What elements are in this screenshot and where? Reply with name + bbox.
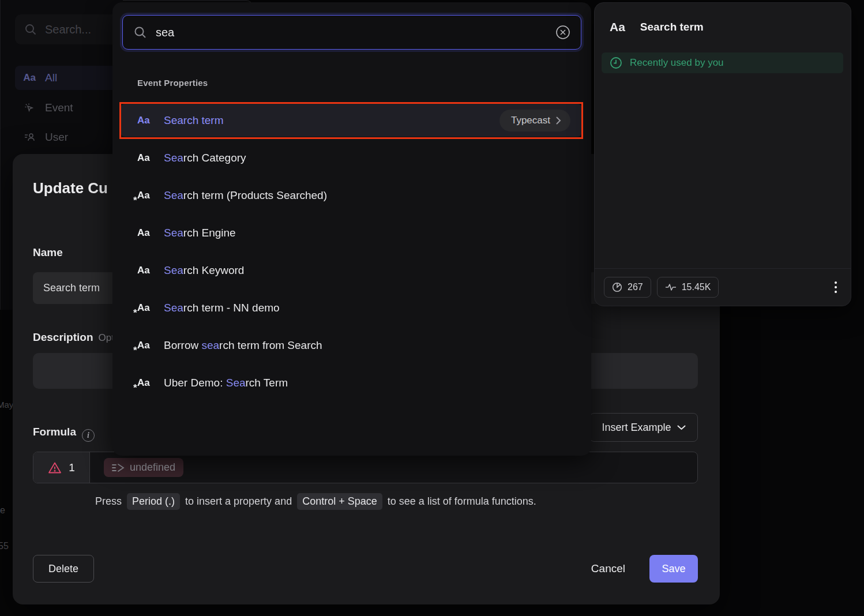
custom-text-property-icon: Aa [137, 302, 153, 314]
text-property-icon: Aa [137, 227, 153, 239]
formula-editor[interactable]: 1 undefined [33, 452, 698, 483]
chevron-right-icon [556, 117, 561, 125]
property-row-search-category[interactable]: Aa Search Category [121, 141, 582, 174]
cancel-button[interactable]: Cancel [584, 555, 632, 583]
typecast-button[interactable]: Typecast [499, 110, 570, 132]
property-row-search-engine[interactable]: Aa Search Engine [121, 216, 582, 249]
search-icon [133, 25, 147, 39]
cardinality-stat-pill[interactable]: 267 [604, 277, 651, 298]
detail-panel-title: Search term [640, 21, 704, 33]
property-search-dropdown: Event Properties Aa Search term Typecast… [112, 2, 591, 456]
dropdown-search-input[interactable] [156, 26, 547, 39]
undefined-token-chip[interactable]: undefined [104, 458, 183, 477]
insert-example-button[interactable]: Insert Example [589, 413, 698, 442]
warning-icon [48, 461, 62, 474]
detail-panel-footer: 267 15.45K [595, 268, 851, 306]
text-type-icon: Aa [610, 20, 625, 34]
property-row-borrow-search-term[interactable]: Aa Borrow search term from Search [121, 329, 582, 362]
pie-chart-icon [612, 282, 622, 292]
axis-value-fragment: 55 [0, 541, 9, 551]
activity-icon [665, 283, 677, 292]
axis-label-fragment: e [0, 505, 5, 516]
chevron-down-icon [677, 425, 686, 430]
clear-search-icon[interactable] [555, 25, 570, 40]
dropdown-search-field[interactable] [122, 15, 581, 50]
text-property-icon: Aa [137, 152, 153, 164]
modal-title: Update Cu [33, 179, 108, 197]
recently-used-badge: Recently used by you [602, 52, 843, 73]
property-row-uber-demo-search-term[interactable]: Aa Uber Demo: Search Term [121, 366, 582, 399]
kbd-control-space: Control + Space [297, 493, 382, 510]
more-options-icon[interactable] [830, 278, 842, 296]
formula-label: Formulai [33, 426, 95, 442]
custom-text-property-icon: Aa [137, 377, 153, 389]
user-icon [23, 132, 36, 143]
text-type-icon: Aa [23, 72, 36, 84]
custom-text-property-icon: Aa [137, 190, 153, 201]
delete-button[interactable]: Delete [33, 555, 94, 583]
property-row-search-term-nn-demo[interactable]: Aa Search term - NN demo [121, 291, 582, 324]
axis-label-may: May [0, 400, 13, 410]
search-icon [24, 23, 37, 36]
error-count: 1 [69, 461, 75, 474]
property-row-search-term[interactable]: Aa Search term Typecast [121, 104, 582, 137]
volume-stat-pill[interactable]: 15.45K [657, 277, 719, 298]
name-label: Name [33, 246, 63, 259]
formula-hint: Press Period (.) to insert a property an… [95, 493, 536, 510]
property-row-search-term-products[interactable]: Aa Search term (Products Searched) [121, 179, 582, 212]
event-icon [23, 102, 36, 114]
formula-error-counter: 1 [33, 452, 90, 483]
formula-token-icon [112, 463, 125, 472]
custom-text-property-icon: Aa [137, 340, 153, 351]
section-header-event-properties: Event Properties [137, 78, 208, 88]
info-icon[interactable]: i [82, 429, 95, 442]
kbd-period: Period (.) [127, 493, 180, 510]
text-property-icon: Aa [137, 265, 153, 276]
formula-input-area[interactable]: undefined [90, 452, 697, 483]
property-detail-panel: Aa Search term Recently used by you 267 … [594, 2, 851, 306]
property-row-search-keyword[interactable]: Aa Search Keyword [121, 254, 582, 287]
save-button[interactable]: Save [649, 555, 698, 583]
sidebar-search-input[interactable] [45, 23, 114, 36]
text-property-icon: Aa [137, 115, 153, 126]
clock-icon [610, 57, 622, 69]
